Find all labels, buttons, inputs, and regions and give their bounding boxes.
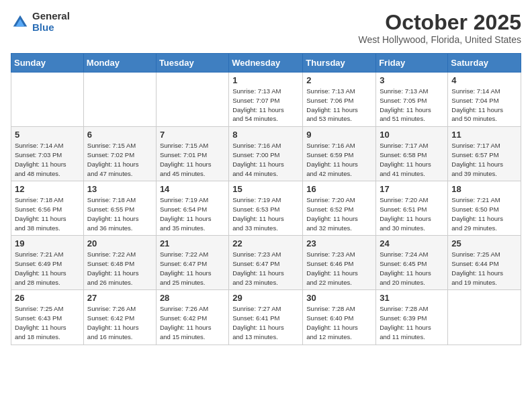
day-info: Sunrise: 7:18 AM Sunset: 6:55 PM Dayligh… [87, 195, 152, 232]
day-number: 10 [380, 130, 444, 140]
calendar-cell: 6Sunrise: 7:15 AM Sunset: 7:02 PM Daylig… [83, 127, 156, 181]
calendar-cell: 22Sunrise: 7:23 AM Sunset: 6:47 PM Dayli… [229, 236, 303, 290]
day-number: 29 [232, 293, 299, 303]
column-header-friday: Friday [376, 54, 448, 73]
day-info: Sunrise: 7:26 AM Sunset: 6:42 PM Dayligh… [160, 304, 225, 341]
day-number: 28 [160, 293, 225, 303]
day-number: 20 [87, 238, 152, 248]
day-number: 17 [380, 184, 444, 194]
day-info: Sunrise: 7:27 AM Sunset: 6:41 PM Dayligh… [232, 304, 299, 341]
day-info: Sunrise: 7:21 AM Sunset: 6:50 PM Dayligh… [451, 195, 517, 232]
calendar-cell [83, 73, 156, 127]
day-info: Sunrise: 7:14 AM Sunset: 7:03 PM Dayligh… [15, 141, 80, 178]
calendar-week-row: 5Sunrise: 7:14 AM Sunset: 7:03 PM Daylig… [11, 127, 521, 181]
day-info: Sunrise: 7:28 AM Sunset: 6:39 PM Dayligh… [380, 304, 444, 341]
column-header-monday: Monday [83, 54, 156, 73]
calendar-cell: 14Sunrise: 7:19 AM Sunset: 6:54 PM Dayli… [156, 181, 228, 236]
day-info: Sunrise: 7:13 AM Sunset: 7:06 PM Dayligh… [306, 87, 372, 124]
calendar-cell: 31Sunrise: 7:28 AM Sunset: 6:39 PM Dayli… [376, 290, 448, 345]
day-number: 2 [306, 75, 372, 85]
logo-text: General Blue [32, 11, 70, 33]
calendar-cell: 12Sunrise: 7:18 AM Sunset: 6:56 PM Dayli… [11, 181, 84, 236]
calendar-cell [156, 73, 228, 127]
calendar-cell: 9Sunrise: 7:16 AM Sunset: 6:59 PM Daylig… [303, 127, 376, 181]
day-info: Sunrise: 7:13 AM Sunset: 7:05 PM Dayligh… [380, 87, 444, 124]
day-info: Sunrise: 7:23 AM Sunset: 6:47 PM Dayligh… [232, 250, 299, 287]
calendar-cell: 23Sunrise: 7:23 AM Sunset: 6:46 PM Dayli… [303, 236, 376, 290]
calendar-cell: 27Sunrise: 7:26 AM Sunset: 6:42 PM Dayli… [83, 290, 156, 345]
day-info: Sunrise: 7:16 AM Sunset: 6:59 PM Dayligh… [306, 141, 372, 178]
day-info: Sunrise: 7:25 AM Sunset: 6:43 PM Dayligh… [15, 304, 80, 341]
calendar-cell: 30Sunrise: 7:28 AM Sunset: 6:40 PM Dayli… [303, 290, 376, 345]
day-number: 7 [160, 130, 225, 140]
day-number: 5 [15, 130, 80, 140]
day-number: 18 [451, 184, 517, 194]
column-header-wednesday: Wednesday [229, 54, 303, 73]
day-info: Sunrise: 7:21 AM Sunset: 6:49 PM Dayligh… [15, 250, 80, 287]
calendar-cell: 25Sunrise: 7:25 AM Sunset: 6:44 PM Dayli… [448, 236, 521, 290]
day-number: 31 [380, 293, 444, 303]
day-number: 3 [380, 75, 444, 85]
page-header: General Blue October 2025 West Hollywood… [11, 11, 521, 45]
calendar-cell: 29Sunrise: 7:27 AM Sunset: 6:41 PM Dayli… [229, 290, 303, 345]
calendar-cell: 1Sunrise: 7:13 AM Sunset: 7:07 PM Daylig… [229, 73, 303, 127]
calendar-week-row: 26Sunrise: 7:25 AM Sunset: 6:43 PM Dayli… [11, 290, 521, 345]
day-number: 11 [451, 130, 517, 140]
calendar-cell: 5Sunrise: 7:14 AM Sunset: 7:03 PM Daylig… [11, 127, 84, 181]
day-number: 24 [380, 238, 444, 248]
day-info: Sunrise: 7:23 AM Sunset: 6:46 PM Dayligh… [306, 250, 372, 287]
day-number: 8 [232, 130, 299, 140]
day-info: Sunrise: 7:28 AM Sunset: 6:40 PM Dayligh… [306, 304, 372, 341]
calendar-week-row: 19Sunrise: 7:21 AM Sunset: 6:49 PM Dayli… [11, 236, 521, 290]
day-number: 27 [87, 293, 152, 303]
day-number: 26 [15, 293, 80, 303]
day-number: 13 [87, 184, 152, 194]
calendar-cell: 24Sunrise: 7:24 AM Sunset: 6:45 PM Dayli… [376, 236, 448, 290]
calendar-week-row: 12Sunrise: 7:18 AM Sunset: 6:56 PM Dayli… [11, 181, 521, 236]
calendar-header-row: SundayMondayTuesdayWednesdayThursdayFrid… [11, 54, 521, 73]
day-info: Sunrise: 7:25 AM Sunset: 6:44 PM Dayligh… [451, 250, 517, 287]
day-number: 6 [87, 130, 152, 140]
title-block: October 2025 West Hollywood, Florida, Un… [358, 11, 521, 45]
day-info: Sunrise: 7:20 AM Sunset: 6:52 PM Dayligh… [306, 195, 372, 232]
day-info: Sunrise: 7:15 AM Sunset: 7:01 PM Dayligh… [160, 141, 225, 178]
day-number: 4 [451, 75, 517, 85]
calendar-cell: 11Sunrise: 7:17 AM Sunset: 6:57 PM Dayli… [448, 127, 521, 181]
calendar-cell: 21Sunrise: 7:22 AM Sunset: 6:47 PM Dayli… [156, 236, 228, 290]
day-info: Sunrise: 7:22 AM Sunset: 6:48 PM Dayligh… [87, 250, 152, 287]
calendar-cell: 20Sunrise: 7:22 AM Sunset: 6:48 PM Dayli… [83, 236, 156, 290]
calendar-cell [11, 73, 84, 127]
calendar-cell: 13Sunrise: 7:18 AM Sunset: 6:55 PM Dayli… [83, 181, 156, 236]
day-info: Sunrise: 7:22 AM Sunset: 6:47 PM Dayligh… [160, 250, 225, 287]
logo: General Blue [11, 11, 70, 33]
day-info: Sunrise: 7:19 AM Sunset: 6:53 PM Dayligh… [232, 195, 299, 232]
day-info: Sunrise: 7:18 AM Sunset: 6:56 PM Dayligh… [15, 195, 80, 232]
column-header-thursday: Thursday [303, 54, 376, 73]
day-info: Sunrise: 7:20 AM Sunset: 6:51 PM Dayligh… [380, 195, 444, 232]
month-title: October 2025 [358, 11, 521, 34]
calendar-table: SundayMondayTuesdayWednesdayThursdayFrid… [11, 53, 521, 345]
day-info: Sunrise: 7:19 AM Sunset: 6:54 PM Dayligh… [160, 195, 225, 232]
day-info: Sunrise: 7:14 AM Sunset: 7:04 PM Dayligh… [451, 87, 517, 124]
column-header-tuesday: Tuesday [156, 54, 228, 73]
day-number: 9 [306, 130, 372, 140]
calendar-cell: 4Sunrise: 7:14 AM Sunset: 7:04 PM Daylig… [448, 73, 521, 127]
day-number: 1 [232, 75, 299, 85]
day-info: Sunrise: 7:17 AM Sunset: 6:58 PM Dayligh… [380, 141, 444, 178]
day-info: Sunrise: 7:16 AM Sunset: 7:00 PM Dayligh… [232, 141, 299, 178]
logo-blue: Blue [32, 22, 70, 34]
calendar-cell: 17Sunrise: 7:20 AM Sunset: 6:51 PM Dayli… [376, 181, 448, 236]
day-number: 22 [232, 238, 299, 248]
calendar-cell: 10Sunrise: 7:17 AM Sunset: 6:58 PM Dayli… [376, 127, 448, 181]
logo-icon [11, 13, 30, 32]
day-number: 23 [306, 238, 372, 248]
day-number: 30 [306, 293, 372, 303]
calendar-cell: 15Sunrise: 7:19 AM Sunset: 6:53 PM Dayli… [229, 181, 303, 236]
day-number: 15 [232, 184, 299, 194]
calendar-week-row: 1Sunrise: 7:13 AM Sunset: 7:07 PM Daylig… [11, 73, 521, 127]
column-header-saturday: Saturday [448, 54, 521, 73]
day-number: 19 [15, 238, 80, 248]
location: West Hollywood, Florida, United States [358, 34, 521, 45]
calendar-cell: 28Sunrise: 7:26 AM Sunset: 6:42 PM Dayli… [156, 290, 228, 345]
day-info: Sunrise: 7:15 AM Sunset: 7:02 PM Dayligh… [87, 141, 152, 178]
